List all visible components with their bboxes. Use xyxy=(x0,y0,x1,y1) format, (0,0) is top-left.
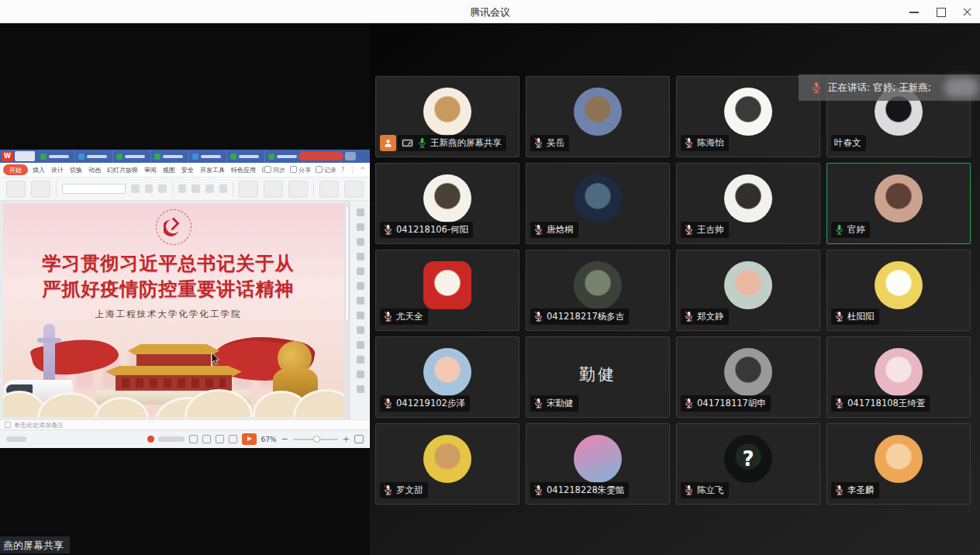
wps-document-tab[interactable] xyxy=(151,150,189,163)
slide-title: 学习贯彻习近平总书记关于从 严抓好疫情防控重要讲话精神 xyxy=(3,251,333,302)
wps-menu-item[interactable]: 插入 xyxy=(31,165,47,175)
align-center-button[interactable] xyxy=(192,184,200,193)
minimize-icon[interactable] xyxy=(901,0,927,23)
participant-tile[interactable]: 041218217杨多吉 xyxy=(526,250,670,331)
status-mode[interactable] xyxy=(147,436,185,443)
wps-menu-item[interactable]: 审阅 xyxy=(143,165,158,175)
slide-scrollbar[interactable] xyxy=(344,201,350,419)
italic-button[interactable] xyxy=(145,184,154,193)
participant-name: 宋勤健 xyxy=(547,398,574,409)
wps-document-tab[interactable] xyxy=(265,150,303,163)
textbox-button[interactable] xyxy=(239,181,258,198)
participant-tile[interactable]: 吴岳 xyxy=(526,76,670,157)
avatar xyxy=(574,88,622,136)
name-pill: 041219102步泽 xyxy=(380,395,470,412)
fullscreen-icon[interactable] xyxy=(354,435,364,443)
participant-tile[interactable]: 041218106-何阳 xyxy=(375,163,519,244)
view-normal-icon[interactable] xyxy=(189,435,198,443)
view-reading-icon[interactable] xyxy=(216,435,224,443)
shapes-button[interactable] xyxy=(264,181,283,198)
view-sorter-icon[interactable] xyxy=(202,435,211,443)
wps-side-tool-icon[interactable] xyxy=(357,282,364,290)
picture-button[interactable] xyxy=(288,181,308,198)
slideshow-play-button[interactable] xyxy=(242,433,257,445)
wps-document-tab[interactable] xyxy=(227,150,265,163)
zoom-out-button[interactable]: − xyxy=(281,434,288,444)
wps-document-tab[interactable] xyxy=(189,150,227,163)
zoom-in-button[interactable]: + xyxy=(343,434,350,444)
wps-menu-right-item[interactable]: 记录 xyxy=(316,166,336,174)
participant-tile[interactable]: 罗文甜 xyxy=(375,423,519,505)
wps-document-tab[interactable] xyxy=(37,150,75,163)
bold-button[interactable] xyxy=(131,184,140,193)
wps-side-tool-icon[interactable] xyxy=(357,297,364,305)
wps-side-tool-icon[interactable] xyxy=(357,371,364,378)
participant-tile[interactable]: 041218228朱雯懿 xyxy=(526,423,670,505)
wps-side-tool-icon[interactable] xyxy=(357,326,364,334)
wps-side-tool-icon[interactable] xyxy=(357,356,364,364)
wps-menu-right-item[interactable]: 同步 xyxy=(264,166,285,174)
wps-tab-bar[interactable]: W + xyxy=(0,150,370,163)
wps-logo-icon[interactable]: W xyxy=(2,151,13,161)
participant-tile[interactable]: 王新燕的屏幕共享 xyxy=(375,76,519,157)
layout-button[interactable] xyxy=(31,181,50,198)
align-left-button[interactable] xyxy=(178,184,187,193)
participant-tile[interactable]: 勤健 xyxy=(526,336,670,418)
zoom-slider[interactable] xyxy=(293,439,338,440)
wps-side-tool-icon[interactable] xyxy=(357,253,364,260)
wps-side-tool-icon[interactable] xyxy=(357,238,364,246)
wps-menu-item[interactable]: 开始 xyxy=(3,164,28,175)
close-icon[interactable] xyxy=(954,0,980,23)
participant-tile[interactable]: 郑文静 xyxy=(676,250,820,331)
wps-side-tool-icon[interactable] xyxy=(357,341,364,349)
participants-panel: 王新燕的屏幕共享 xyxy=(370,23,980,555)
participant-tile[interactable]: 王吉帅 xyxy=(676,163,820,244)
participant-tile[interactable]: 041219102步泽 xyxy=(375,336,519,418)
wps-side-tool-icon[interactable] xyxy=(357,267,364,275)
wps-side-toolbar xyxy=(350,201,370,419)
wps-menu-item[interactable]: 特色应用 xyxy=(229,165,257,175)
participant-tile[interactable]: 尤天全 xyxy=(375,250,519,331)
mouse-cursor xyxy=(211,352,220,366)
wps-side-tool-icon[interactable] xyxy=(357,209,364,216)
notes-bar[interactable]: 单击此处添加备注 xyxy=(0,419,370,429)
name-pill: 吴岳 xyxy=(530,135,569,151)
wps-menu-glyph[interactable]: ⋮ xyxy=(349,167,355,174)
underline-button[interactable] xyxy=(158,184,167,193)
search-tool-button[interactable] xyxy=(344,181,364,198)
doc-assistant-button[interactable] xyxy=(319,181,339,198)
wps-menu-item[interactable]: 动画 xyxy=(87,165,102,175)
wps-slide-canvas: 学习贯彻习近平总书记关于从 严抓好疫情防控重要讲话精神 上海工程技术大学化学化工… xyxy=(0,201,370,419)
wps-home-tab[interactable] xyxy=(15,151,35,161)
wps-menu-item[interactable]: 设计 xyxy=(50,165,65,175)
wps-menu-glyph[interactable]: ? xyxy=(341,167,344,174)
participant-tile[interactable]: 041718108王绮萱 xyxy=(826,336,971,418)
wps-menu-item[interactable]: 视图 xyxy=(161,165,177,175)
toolbar-divider xyxy=(233,181,233,197)
wps-menu-item[interactable]: 开发工具 xyxy=(198,165,226,175)
wps-side-tool-icon[interactable] xyxy=(357,223,364,231)
wps-menu-right-item[interactable]: 分享 xyxy=(290,166,311,174)
wps-document-tab[interactable] xyxy=(75,150,113,163)
maximize-icon[interactable] xyxy=(927,0,954,23)
wps-document-tab[interactable] xyxy=(113,150,151,163)
font-select[interactable] xyxy=(62,184,126,194)
align-right-button[interactable] xyxy=(205,184,214,193)
participant-tile[interactable]: 官婷 xyxy=(826,163,971,244)
participant-tile[interactable]: 唐焓桐 xyxy=(526,163,670,244)
wps-menu-glyph[interactable]: ^ xyxy=(360,167,365,174)
participant-tile[interactable]: 041718117胡申 xyxy=(676,336,820,418)
wps-side-tool-icon[interactable] xyxy=(357,385,364,393)
participant-tile[interactable]: 李圣麟 xyxy=(826,423,971,505)
wps-menu-item[interactable]: 切换 xyxy=(68,165,84,175)
wps-side-tool-icon[interactable] xyxy=(357,312,364,319)
new-slide-button[interactable] xyxy=(6,181,26,198)
participant-tile[interactable]: ? xyxy=(676,423,820,505)
avatar xyxy=(423,88,471,136)
list-button[interactable] xyxy=(219,184,228,193)
wps-menu-item[interactable]: 幻灯片放映 xyxy=(105,165,140,175)
wps-menu-item[interactable]: 安全 xyxy=(180,165,195,175)
blur-smudge xyxy=(944,78,978,98)
participant-tile[interactable]: 杜阳阳 xyxy=(826,250,971,331)
view-notes-icon[interactable] xyxy=(229,435,237,443)
